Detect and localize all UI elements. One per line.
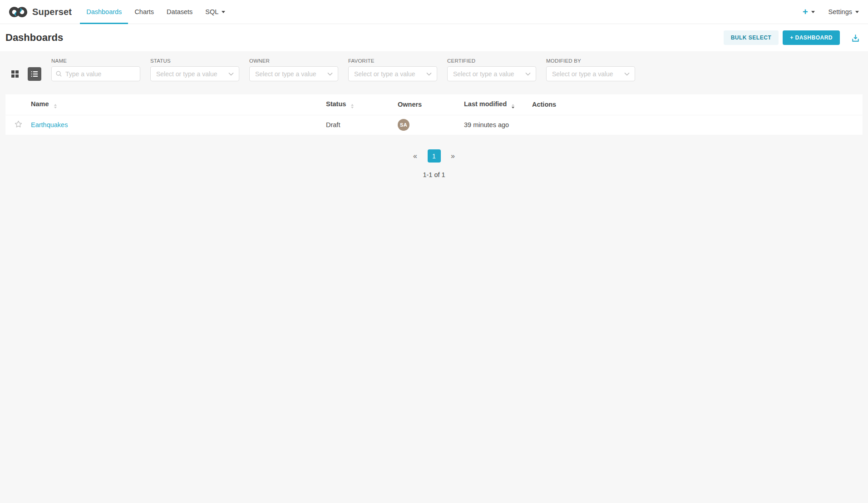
settings-menu-button[interactable]: Settings — [829, 8, 859, 15]
column-header-last-modified[interactable]: Last modified — [464, 94, 532, 115]
owner-filter-select[interactable]: Select or type a value — [249, 66, 338, 81]
top-navbar: Superset Dashboards Charts Datasets SQL … — [0, 0, 868, 24]
pagination-next-button[interactable]: » — [448, 150, 459, 163]
filter-label: NAME — [51, 58, 140, 64]
superset-infinity-icon — [8, 5, 28, 19]
favorite-column-header — [5, 94, 31, 115]
pagination: « 1 » — [5, 149, 863, 163]
card-view-toggle[interactable] — [8, 67, 22, 81]
chevron-down-icon — [624, 72, 630, 76]
pagination-summary: 1-1 of 1 — [5, 171, 863, 178]
import-dashboards-button[interactable] — [850, 33, 861, 43]
column-header-status[interactable]: Status — [326, 94, 398, 115]
filter-favorite: FAVORITE Select or type a value — [348, 58, 437, 81]
plus-icon: + — [803, 7, 808, 16]
column-header-actions: Actions — [532, 94, 863, 115]
column-header-owners: Owners — [398, 94, 464, 115]
superset-logo[interactable]: Superset — [0, 0, 76, 24]
certified-filter-select[interactable]: Select or type a value — [447, 66, 536, 81]
dashboards-table: Name Status Owners Last modified — [5, 94, 863, 135]
name-filter-input[interactable] — [51, 66, 140, 81]
status-value: Draft — [326, 121, 340, 128]
listview-toolbar: NAME STATUS Select or type a value OWNER — [5, 58, 863, 81]
table-header-row: Name Status Owners Last modified — [5, 94, 863, 115]
row-actions-cell — [532, 115, 863, 135]
last-modified-value: 39 minutes ago — [464, 121, 509, 128]
main-nav-menu: Dashboards Charts Datasets SQL — [80, 0, 232, 24]
new-dashboard-button[interactable]: + DASHBOARD — [783, 30, 840, 45]
filter-label: FAVORITE — [348, 58, 437, 64]
header-actions: BULK SELECT + DASHBOARD — [724, 30, 861, 45]
nav-item-charts[interactable]: Charts — [128, 0, 160, 24]
favorite-star-button[interactable] — [14, 120, 23, 128]
download-icon — [850, 33, 861, 43]
column-header-name[interactable]: Name — [31, 94, 326, 115]
page-header: Dashboards BULK SELECT + DASHBOARD — [0, 24, 868, 51]
nav-item-sql[interactable]: SQL — [199, 0, 232, 24]
page-title: Dashboards — [5, 32, 63, 44]
nav-item-datasets[interactable]: Datasets — [160, 0, 199, 24]
nav-right-section: + Settings — [803, 0, 868, 24]
filter-modified-by: MODIFIED BY Select or type a value — [546, 58, 635, 81]
filter-label: MODIFIED BY — [546, 58, 635, 64]
filter-label: STATUS — [150, 58, 239, 64]
new-item-menu-button[interactable]: + — [803, 7, 815, 16]
chevron-down-icon — [327, 72, 333, 76]
list-view-icon — [30, 70, 39, 78]
view-mode-toggles — [8, 67, 41, 81]
filter-bar: NAME STATUS Select or type a value OWNER — [51, 58, 635, 81]
pagination-prev-button[interactable]: « — [410, 150, 421, 163]
sort-desc-icon — [512, 104, 514, 108]
grid-view-icon — [10, 69, 20, 79]
star-icon — [14, 120, 23, 128]
caret-down-icon — [855, 11, 859, 13]
caret-down-icon — [811, 11, 815, 13]
status-filter-select[interactable]: Select or type a value — [150, 66, 239, 81]
sort-icon — [351, 104, 354, 108]
chevron-down-icon — [228, 72, 234, 76]
chevron-down-icon — [426, 72, 432, 76]
filter-certified: CERTIFIED Select or type a value — [447, 58, 536, 81]
filter-status: STATUS Select or type a value — [150, 58, 239, 81]
dashboard-link-earthquakes[interactable]: Earthquakes — [31, 121, 68, 128]
caret-down-icon — [222, 11, 225, 13]
filter-label: OWNER — [249, 58, 338, 64]
owner-avatar: SA — [398, 119, 409, 131]
list-view-toggle[interactable] — [28, 67, 41, 81]
nav-item-dashboards[interactable]: Dashboards — [80, 0, 128, 24]
chevron-down-icon — [525, 72, 531, 76]
bulk-select-button[interactable]: BULK SELECT — [724, 30, 779, 45]
filter-label: CERTIFIED — [447, 58, 536, 64]
content-area: NAME STATUS Select or type a value OWNER — [0, 51, 868, 503]
dashboards-table-card: Name Status Owners Last modified — [5, 94, 863, 135]
filter-name: NAME — [51, 58, 140, 81]
table-row: Earthquakes Draft SA 39 minutes ago — [5, 115, 863, 135]
search-icon — [55, 70, 62, 77]
filter-owner: OWNER Select or type a value — [249, 58, 338, 81]
brand-name: Superset — [32, 7, 72, 17]
pagination-page-1-button[interactable]: 1 — [428, 149, 441, 163]
modified-by-filter-select[interactable]: Select or type a value — [546, 66, 635, 81]
favorite-filter-select[interactable]: Select or type a value — [348, 66, 437, 81]
sort-icon — [54, 104, 57, 108]
